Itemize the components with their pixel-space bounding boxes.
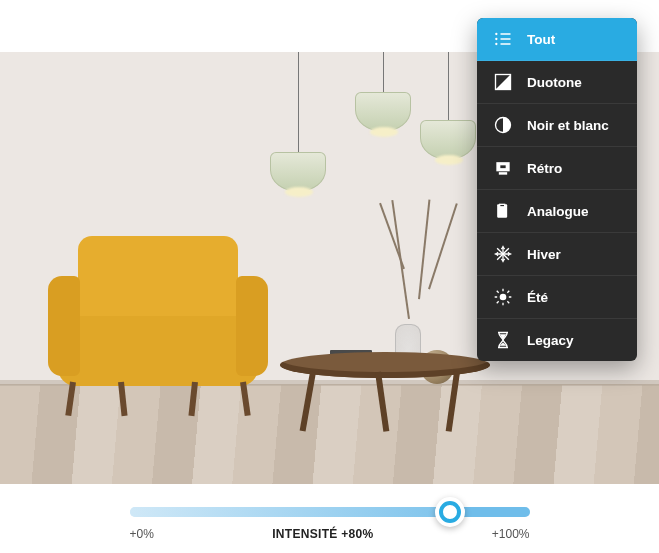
menu-item-analogue[interactable]: Analogue [477, 190, 637, 233]
menu-item-label: Legacy [527, 333, 574, 348]
menu-item-label: Été [527, 290, 548, 305]
menu-item-label: Tout [527, 32, 555, 47]
retro-icon [493, 158, 513, 178]
branches [398, 199, 468, 329]
menu-item-legacy[interactable]: Legacy [477, 319, 637, 361]
filter-category-menu[interactable]: Tout Duotone Noir et blanc Rétro Analogu… [477, 18, 637, 361]
duotone-icon [493, 72, 513, 92]
snowflake-icon [493, 244, 513, 264]
list-icon [493, 29, 513, 49]
menu-item-bw[interactable]: Noir et blanc [477, 104, 637, 147]
svg-rect-10 [499, 172, 507, 175]
menu-item-all[interactable]: Tout [477, 18, 637, 61]
svg-point-17 [500, 294, 507, 301]
pendant-lamp [355, 52, 411, 132]
analogue-icon [493, 201, 513, 221]
menu-item-summer[interactable]: Été [477, 276, 637, 319]
pendant-lamp [420, 52, 476, 160]
svg-line-22 [497, 291, 499, 293]
coffee-table [280, 322, 490, 432]
svg-line-24 [507, 291, 509, 293]
svg-rect-9 [500, 165, 507, 169]
intensity-slider-area: +0% INTENSITÉ +80% +100% [0, 491, 659, 553]
svg-rect-12 [500, 204, 505, 207]
svg-line-25 [497, 301, 499, 303]
slider-thumb[interactable] [435, 497, 465, 527]
menu-item-label: Duotone [527, 75, 582, 90]
svg-point-0 [495, 33, 497, 35]
armchair [48, 236, 268, 416]
contrast-icon [493, 115, 513, 135]
menu-item-label: Noir et blanc [527, 118, 609, 133]
svg-point-1 [495, 38, 497, 40]
slider-max-label: +100% [492, 527, 530, 541]
pendant-lamp [270, 52, 326, 192]
sun-icon [493, 287, 513, 307]
menu-item-label: Analogue [527, 204, 589, 219]
menu-item-retro[interactable]: Rétro [477, 147, 637, 190]
slider-value-label: INTENSITÉ +80% [272, 527, 373, 541]
menu-item-duotone[interactable]: Duotone [477, 61, 637, 104]
menu-item-winter[interactable]: Hiver [477, 233, 637, 276]
menu-item-label: Rétro [527, 161, 562, 176]
slider-min-label: +0% [130, 527, 154, 541]
intensity-slider[interactable] [130, 507, 530, 517]
svg-point-2 [495, 43, 497, 45]
svg-line-23 [507, 301, 509, 303]
hourglass-icon [493, 330, 513, 350]
menu-item-label: Hiver [527, 247, 561, 262]
